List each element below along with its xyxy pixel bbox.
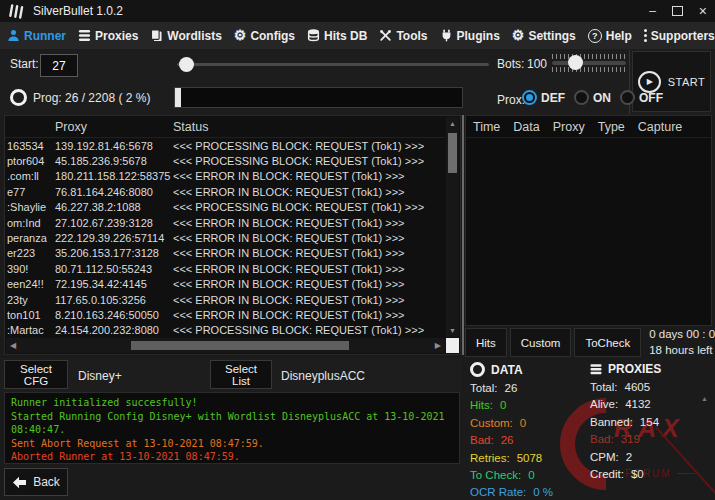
vertical-scrollbar[interactable]: ▲ ▼ bbox=[446, 117, 459, 337]
radio-dot-icon bbox=[574, 90, 589, 105]
stat-row: Banned:154 bbox=[590, 416, 661, 433]
proxy-mode-radio[interactable]: DEF bbox=[522, 90, 565, 105]
selected-config: Disney+ bbox=[78, 369, 122, 383]
scrollbar-thumb[interactable] bbox=[131, 341, 349, 350]
proxies-stats-title: PROXIES bbox=[590, 362, 661, 376]
close-button[interactable]: × bbox=[699, 4, 707, 18]
stat-row: Retries:5078 bbox=[470, 452, 553, 469]
start-slider-handle[interactable] bbox=[179, 57, 194, 72]
minimize-button[interactable]: – bbox=[649, 5, 656, 17]
hits-tab[interactable]: Custom bbox=[510, 328, 572, 357]
stats-panel: RAX FORUM DATA Total:26 Hits:0 Custom:0 … bbox=[462, 358, 715, 500]
timer: 0 days 00 : 07 : 11 18 hours left bbox=[649, 327, 715, 358]
app-logo-icon bbox=[8, 2, 25, 19]
table-row[interactable]: .com:ll 180.211.158.122:58375 <<< ERROR … bbox=[5, 169, 445, 184]
bots-table: Proxy Status 163534 139.192.81.46:5678 <… bbox=[4, 115, 461, 355]
scrollbar-corner bbox=[446, 338, 459, 353]
start-input[interactable] bbox=[40, 54, 78, 77]
progress-bar bbox=[174, 87, 463, 108]
stat-row: Bad:26 bbox=[470, 434, 553, 451]
server-stack-icon bbox=[590, 364, 602, 375]
menu-plugins[interactable]: Plugins bbox=[440, 29, 500, 43]
panel-splitter[interactable] bbox=[462, 115, 464, 355]
column-header: Type bbox=[598, 120, 625, 134]
menu-tools[interactable]: Tools bbox=[379, 29, 427, 43]
back-button[interactable]: Back bbox=[4, 468, 68, 496]
crossed-tools-icon bbox=[379, 29, 392, 42]
proxies-stats: PROXIES Total:4605 Alive:4132 Banned:154… bbox=[590, 362, 661, 485]
stat-row: Alive:4132 bbox=[590, 398, 661, 415]
crax-watermark-line bbox=[655, 426, 715, 500]
start-slider[interactable] bbox=[177, 63, 489, 66]
bots-label: Bots: bbox=[497, 57, 524, 71]
hits-tab[interactable]: ToCheck bbox=[574, 328, 641, 357]
column-header: Time bbox=[473, 120, 500, 134]
ring-icon bbox=[470, 362, 485, 377]
table-row[interactable]: ptor604 45.185.236.9:5678 <<< PROCESSING… bbox=[5, 153, 445, 168]
progress-fill bbox=[175, 88, 181, 107]
menu-bar: Runner Proxies Wordlists ⚙ Configs Hits … bbox=[0, 22, 715, 49]
select-cfg-button[interactable]: Select CFG bbox=[4, 360, 68, 389]
menu-wordlists[interactable]: Wordlists bbox=[150, 29, 221, 43]
gear-icon: ⚙ bbox=[234, 29, 247, 42]
menu-settings[interactable]: ⚙ Settings bbox=[512, 29, 576, 43]
table-row[interactable]: 390! 80.71.112.50:55243 <<< ERROR IN BLO… bbox=[5, 261, 445, 276]
scroll-right-icon[interactable]: ▶ bbox=[435, 341, 441, 350]
col-status: Status bbox=[173, 120, 445, 134]
log-console[interactable]: Runner initialized succesfully!Started R… bbox=[4, 392, 460, 464]
log-line: Started Running Config Disney+ with Word… bbox=[11, 410, 455, 437]
scroll-up-icon[interactable]: ▲ bbox=[446, 120, 459, 127]
hits-tab[interactable]: Hits bbox=[465, 328, 507, 357]
scrollbar-thumb[interactable] bbox=[448, 133, 457, 173]
radio-dot-icon bbox=[522, 90, 537, 105]
window-controls: – × bbox=[649, 0, 707, 22]
select-list-button[interactable]: Select List bbox=[210, 360, 272, 389]
proxy-mode-radio[interactable]: OFF bbox=[620, 90, 663, 105]
database-icon bbox=[307, 29, 320, 42]
table-row[interactable]: een24!! 72.195.34.42:4145 <<< ERROR IN B… bbox=[5, 277, 445, 292]
progress-ring-icon bbox=[10, 89, 27, 106]
menu-runner[interactable]: Runner bbox=[7, 29, 66, 43]
proxy-mode-radio[interactable]: ON bbox=[574, 90, 611, 105]
elapsed-time: 0 days 00 : 07 : 11 bbox=[649, 327, 715, 343]
menu-supporters[interactable]: Supporters bbox=[644, 29, 715, 43]
stat-row: Bad:319 bbox=[590, 433, 661, 450]
menu-hits-db[interactable]: Hits DB bbox=[307, 29, 367, 43]
table-row[interactable]: 23ty 117.65.0.105:3256 <<< ERROR IN BLOC… bbox=[5, 292, 445, 307]
table-row[interactable]: peranza 222.129.39.226:57114 <<< ERROR I… bbox=[5, 230, 445, 245]
log-line: Runner initialized succesfully! bbox=[11, 396, 455, 410]
menu-proxies[interactable]: Proxies bbox=[78, 29, 138, 43]
data-stats: DATA Total:26 Hits:0 Custom:0 Bad:26 Ret… bbox=[470, 362, 553, 500]
scroll-down-icon[interactable]: ▼ bbox=[446, 327, 459, 334]
remaining-time: 18 hours left bbox=[649, 343, 715, 359]
table-row[interactable]: er223 35.206.153.177:3128 <<< ERROR IN B… bbox=[5, 246, 445, 261]
table-row[interactable]: ton101 8.210.163.246:50050 <<< ERROR IN … bbox=[5, 307, 445, 322]
stat-row: OCR Rate:0 % bbox=[470, 486, 553, 500]
menu-help[interactable]: ? Help bbox=[588, 29, 632, 43]
table-row[interactable]: om:Ind 27.102.67.239:3128 <<< ERROR IN B… bbox=[5, 215, 445, 230]
log-line: Sent Abort Request at 13-10-2021 08:47:5… bbox=[11, 437, 455, 451]
table-row[interactable]: :Shaylie 46.227.38.2:1088 <<< PROCESSING… bbox=[5, 200, 445, 215]
table-row[interactable]: :Martac 24.154.200.232:8080 <<< PROCESSI… bbox=[5, 323, 445, 337]
menu-configs[interactable]: ⚙ Configs bbox=[234, 29, 295, 43]
stat-row: Total:26 bbox=[470, 382, 553, 399]
table-row[interactable]: e77 76.81.164.246:8080 <<< ERROR IN BLOC… bbox=[5, 184, 445, 199]
start-label: Start: bbox=[10, 57, 39, 71]
bots-slider-handle[interactable] bbox=[568, 55, 583, 70]
scroll-left-icon[interactable]: ◀ bbox=[10, 341, 16, 350]
help-icon: ? bbox=[588, 29, 602, 43]
stat-row: CPM:2 bbox=[590, 451, 661, 468]
vertical-dots-icon bbox=[644, 29, 647, 42]
maximize-button[interactable] bbox=[672, 6, 683, 16]
radio-dot-icon bbox=[620, 90, 635, 105]
gear-icon: ⚙ bbox=[512, 29, 525, 42]
log-line: Aborted Runner at 13-10-2021 08:47:59. bbox=[11, 450, 455, 464]
runner-person-icon bbox=[7, 29, 20, 42]
bots-slider[interactable] bbox=[552, 54, 626, 78]
title-bar: SilverBullet 1.0.2 – × bbox=[0, 0, 715, 22]
table-row[interactable]: 163534 139.192.81.46:5678 <<< PROCESSING… bbox=[5, 138, 445, 153]
horizontal-scrollbar[interactable]: ◀ ▶ bbox=[6, 338, 445, 353]
stat-row: Custom:0 bbox=[470, 417, 553, 434]
column-header: Capture bbox=[638, 120, 682, 134]
tick-marks bbox=[552, 54, 626, 59]
